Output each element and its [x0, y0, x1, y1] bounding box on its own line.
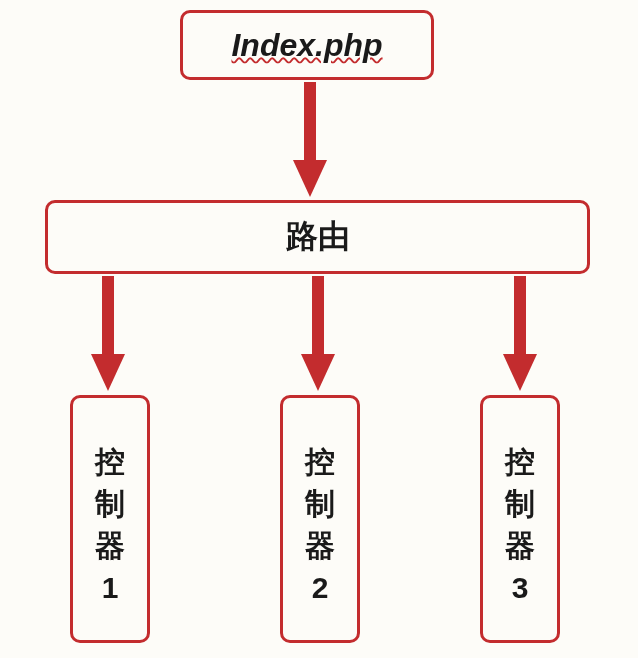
controller-label-3: 控制器3	[505, 441, 535, 609]
arrow-router-to-c2	[298, 276, 338, 391]
controller-label-1: 控制器1	[95, 441, 125, 609]
arrow-router-to-c3	[500, 276, 540, 391]
svg-marker-5	[301, 354, 335, 391]
controller-node-2: 控制器2	[280, 395, 360, 643]
controller-label-2: 控制器2	[305, 441, 335, 609]
svg-marker-7	[503, 354, 537, 391]
router-node: 路由	[45, 200, 590, 274]
entry-label: Index.php	[231, 27, 382, 64]
controller-node-1: 控制器1	[70, 395, 150, 643]
arrow-router-to-c1	[88, 276, 128, 391]
svg-marker-3	[91, 354, 125, 391]
entry-node: Index.php	[180, 10, 434, 80]
router-label: 路由	[286, 215, 350, 259]
svg-marker-1	[293, 160, 327, 197]
controller-node-3: 控制器3	[480, 395, 560, 643]
arrow-entry-to-router	[290, 82, 330, 197]
